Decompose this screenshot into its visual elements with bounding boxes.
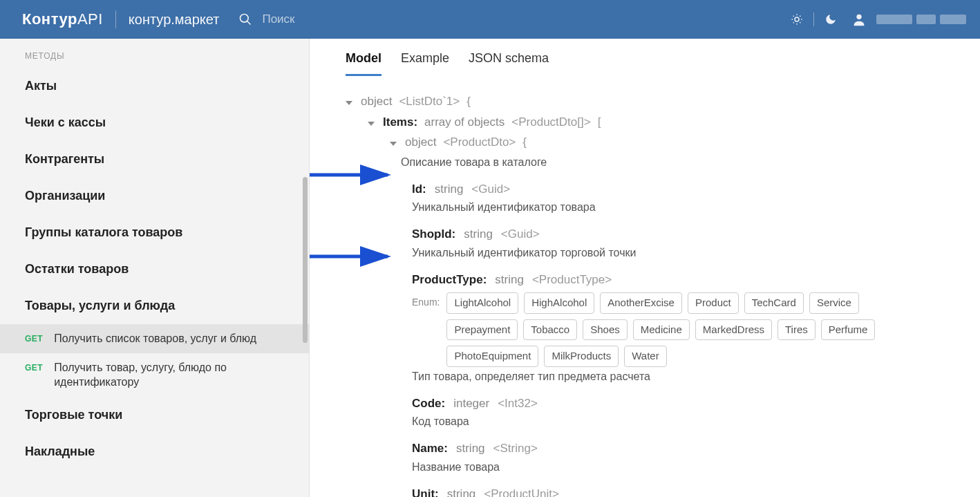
- scrollbar[interactable]: [303, 177, 308, 343]
- field-kind: string: [464, 225, 493, 243]
- sidebar-item-shops[interactable]: Торговые точки: [0, 397, 309, 433]
- field-desc: Уникальный идентификатор товара: [412, 199, 980, 216]
- enum-tag: Tires: [778, 319, 816, 341]
- field-code: Code: integer <Int32> Код товара: [412, 395, 980, 431]
- tree-type: <ProductDto>: [443, 133, 516, 151]
- field-name: ShopId:: [412, 225, 455, 243]
- divider: [115, 10, 116, 28]
- header: КонтурAPI контур.маркет: [0, 0, 980, 39]
- user-name-redacted: [876, 15, 966, 24]
- brace: [: [598, 113, 601, 131]
- enum-tag: HighAlcohol: [524, 292, 594, 314]
- svg-point-0: [241, 15, 249, 23]
- svg-line-1: [247, 21, 251, 25]
- sidebar-item-stock[interactable]: Остатки товаров: [0, 251, 309, 288]
- chevron-down-icon[interactable]: [346, 101, 352, 105]
- tree-desc: Описание товара в каталоге: [401, 154, 980, 171]
- field-name: Id:: [412, 180, 426, 198]
- tree-type: <ProductDto[]>: [511, 113, 590, 131]
- enum-tag: AnotherExcise: [600, 292, 682, 314]
- field-producttype: ProductType: string <ProductType> Enum: …: [412, 271, 980, 385]
- divider: [813, 12, 814, 26]
- field-desc: Название товара: [412, 459, 980, 476]
- field-name: ProductType:: [412, 271, 487, 289]
- main: Model Example JSON schema object <ListDt…: [310, 39, 980, 497]
- logo-bold: Контур: [22, 10, 77, 28]
- search: [238, 12, 787, 26]
- field-type: <ProductUnit>: [484, 485, 559, 498]
- field-name-field: Name: string <String> Название товара: [412, 440, 980, 476]
- search-icon: [238, 12, 252, 26]
- moon-icon[interactable]: [821, 10, 840, 29]
- field-type: <String>: [493, 440, 538, 458]
- tree-kind: array of objects: [424, 113, 505, 131]
- field-shopid: ShopId: string <Guid> Уникальный идентиф…: [412, 225, 980, 261]
- tree-field-name: Items:: [383, 113, 417, 131]
- sidebar-sub-get-product-by-id[interactable]: GET Получить товар, услугу, блюдо по иде…: [0, 353, 309, 397]
- sidebar-item-catalog-groups[interactable]: Группы каталога товаров: [0, 214, 309, 251]
- sidebar-section-title: МЕТОДЫ: [0, 48, 309, 68]
- tab-example[interactable]: Example: [401, 51, 449, 76]
- enum-tag: Water: [624, 346, 666, 367]
- app-name[interactable]: контур.маркет: [129, 12, 220, 28]
- enum-tag: Shoes: [583, 319, 628, 341]
- tree-type: <ListDto`1>: [399, 93, 460, 111]
- field-kind: string: [456, 440, 485, 458]
- field-type: <Int32>: [498, 395, 538, 413]
- enum-tag: LightAlcohol: [446, 292, 518, 314]
- tree-kind: object: [361, 93, 392, 111]
- enum-tag: Tobacco: [523, 319, 577, 341]
- field-type: <ProductType>: [532, 271, 612, 289]
- sidebar-sub-label: Получить список товаров, услуг и блюд: [54, 331, 256, 346]
- sidebar-item-products[interactable]: Товары, услуги и блюда: [0, 288, 309, 324]
- tree-items[interactable]: Items: array of objects <ProductDto[]> [: [368, 112, 980, 133]
- field-kind: integer: [453, 395, 489, 413]
- field-id: Id: string <Guid> Уникальный идентификат…: [412, 180, 980, 216]
- enum-tag: MarkedDress: [695, 319, 772, 341]
- field-name: Code:: [412, 395, 445, 413]
- sun-icon[interactable]: [787, 10, 807, 29]
- sidebar-item-invoices[interactable]: Накладные: [0, 433, 309, 470]
- tree-inner-object[interactable]: object <ProductDto> {: [390, 132, 980, 153]
- field-kind: string: [435, 180, 464, 198]
- search-input[interactable]: [262, 12, 469, 26]
- tab-json-schema[interactable]: JSON schema: [469, 51, 549, 76]
- tab-model[interactable]: Model: [346, 51, 381, 76]
- field-kind: string: [495, 271, 524, 289]
- tree-kind: object: [405, 133, 436, 151]
- sidebar-sub-label: Получить товар, услугу, блюдо по идентиф…: [54, 360, 275, 390]
- brace: {: [467, 93, 471, 111]
- logo-thin: API: [77, 10, 103, 28]
- chevron-down-icon[interactable]: [368, 122, 375, 126]
- enum-label: Enum:: [412, 295, 440, 310]
- model-tree: object <ListDto`1> { Items: array of obj…: [346, 91, 980, 497]
- enum-tag: TechCard: [744, 292, 804, 314]
- enum-tag: Service: [809, 292, 859, 314]
- logo[interactable]: КонтурAPI: [22, 10, 103, 28]
- brace: {: [522, 133, 527, 151]
- field-desc: Уникальный идентификатор торговой точки: [412, 245, 980, 261]
- user-icon[interactable]: [851, 12, 867, 27]
- chevron-down-icon[interactable]: [390, 142, 397, 146]
- sidebar-item-contractors[interactable]: Контрагенты: [0, 141, 309, 178]
- enum-values: LightAlcoholHighAlcoholAnotherExciseProd…: [446, 292, 889, 367]
- enum-tag: Product: [688, 292, 739, 314]
- field-type: <Guid>: [501, 225, 540, 243]
- svg-point-2: [795, 17, 799, 21]
- field-kind: string: [447, 485, 476, 498]
- enum-tag: PhotoEquipment: [446, 346, 538, 367]
- sidebar-item-receipts[interactable]: Чеки с кассы: [0, 104, 309, 141]
- field-name: Unit:: [412, 485, 439, 498]
- tabs: Model Example JSON schema: [346, 51, 980, 76]
- enum-tag: Medicine: [633, 319, 690, 341]
- sidebar-item-acts[interactable]: Акты: [0, 68, 309, 104]
- enum-tag: MilkProducts: [544, 346, 619, 367]
- http-verb: GET: [25, 333, 43, 344]
- tree-root[interactable]: object <ListDto`1> {: [346, 91, 980, 112]
- field-unit: Unit: string <ProductUnit> Enum: PiecePa…: [412, 485, 980, 498]
- enum-tag: Perfume: [821, 319, 876, 341]
- sidebar: МЕТОДЫ Акты Чеки с кассы Контрагенты Орг…: [0, 39, 310, 497]
- sidebar-sub-get-product-list[interactable]: GET Получить список товаров, услуг и блю…: [0, 324, 309, 353]
- field-desc: Код товара: [412, 413, 980, 430]
- sidebar-item-organizations[interactable]: Организации: [0, 178, 309, 214]
